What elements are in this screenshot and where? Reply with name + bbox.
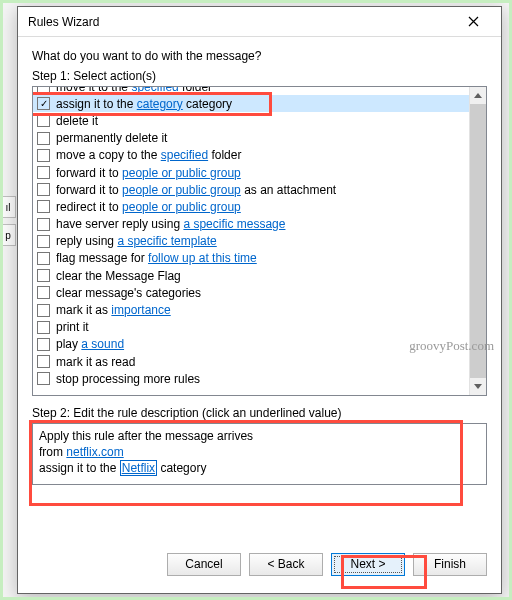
action-link-value[interactable]: specified (131, 87, 178, 94)
bg-fragment-1: ıl (0, 196, 16, 218)
action-checkbox[interactable] (37, 114, 50, 127)
finish-button[interactable]: Finish (413, 553, 487, 576)
action-checkbox[interactable] (37, 269, 50, 282)
action-link-value[interactable]: people or public group (122, 183, 241, 197)
action-label: permanently delete it (56, 131, 167, 145)
action-label: forward it to people or public group as … (56, 183, 336, 197)
close-icon (468, 16, 479, 27)
action-checkbox[interactable] (37, 304, 50, 317)
action-label: have server reply using a specific messa… (56, 217, 285, 231)
action-item[interactable]: move a copy to the specified folder (33, 147, 469, 164)
action-checkbox[interactable] (37, 355, 50, 368)
action-checkbox[interactable] (37, 252, 50, 265)
action-link-value[interactable]: a specific message (183, 217, 285, 231)
action-item[interactable]: stop processing more rules (33, 370, 469, 387)
action-checkbox[interactable]: ✓ (37, 97, 50, 110)
rules-wizard-dialog: Rules Wizard What do you want to do with… (17, 6, 502, 594)
action-label: move it to the specified folder (56, 87, 212, 94)
action-checkbox[interactable] (37, 87, 50, 93)
action-item[interactable]: clear message's categories (33, 284, 469, 301)
action-item[interactable]: forward it to people or public group (33, 164, 469, 181)
desc-line-2: from netflix.com (39, 444, 480, 460)
action-item[interactable]: ✓assign it to the category category (33, 95, 469, 112)
scrollbar[interactable] (469, 87, 486, 395)
prompt-text: What do you want to do with the message? (32, 49, 487, 63)
action-checkbox[interactable] (37, 149, 50, 162)
action-link-value[interactable]: a specific template (117, 234, 216, 248)
scroll-thumb[interactable] (470, 104, 486, 378)
button-row: Cancel < Back Next > Finish (18, 545, 501, 593)
scroll-up-button[interactable] (470, 87, 486, 104)
action-checkbox[interactable] (37, 338, 50, 351)
action-checkbox[interactable] (37, 321, 50, 334)
action-checkbox[interactable] (37, 372, 50, 385)
action-label: forward it to people or public group (56, 166, 241, 180)
next-button[interactable]: Next > (331, 553, 405, 576)
action-checkbox[interactable] (37, 200, 50, 213)
window-title: Rules Wizard (28, 15, 453, 29)
step2-label: Step 2: Edit the rule description (click… (32, 406, 487, 420)
chevron-up-icon (474, 93, 482, 98)
action-link-value[interactable]: specified (161, 148, 208, 162)
back-button[interactable]: < Back (249, 553, 323, 576)
action-item[interactable]: mark it as read (33, 353, 469, 370)
action-label: delete it (56, 114, 98, 128)
titlebar: Rules Wizard (18, 7, 501, 37)
desc-line-1: Apply this rule after the message arrive… (39, 428, 480, 444)
action-item[interactable]: delete it (33, 112, 469, 129)
action-item[interactable]: clear the Message Flag (33, 267, 469, 284)
action-label: print it (56, 320, 89, 334)
action-item[interactable]: reply using a specific template (33, 233, 469, 250)
action-checkbox[interactable] (37, 286, 50, 299)
desc-line-3: assign it to the Netflix category (39, 460, 480, 476)
action-item[interactable]: print it (33, 319, 469, 336)
action-link-value[interactable]: people or public group (122, 200, 241, 214)
action-item[interactable]: have server reply using a specific messa… (33, 216, 469, 233)
action-item[interactable]: permanently delete it (33, 130, 469, 147)
action-link-value[interactable]: a sound (81, 337, 124, 351)
action-label: mark it as importance (56, 303, 171, 317)
action-label: assign it to the category category (56, 97, 232, 111)
step1-label: Step 1: Select action(s) (32, 69, 487, 83)
action-label: redirect it to people or public group (56, 200, 241, 214)
action-checkbox[interactable] (37, 132, 50, 145)
action-label: reply using a specific template (56, 234, 217, 248)
action-checkbox[interactable] (37, 166, 50, 179)
action-item[interactable]: flag message for follow up at this time (33, 250, 469, 267)
action-checkbox[interactable] (37, 183, 50, 196)
action-label: stop processing more rules (56, 372, 200, 386)
bg-fragment-2: p (0, 224, 16, 246)
action-label: clear the Message Flag (56, 269, 181, 283)
rule-description-box[interactable]: Apply this rule after the message arrive… (32, 423, 487, 485)
action-label: mark it as read (56, 355, 135, 369)
cancel-button[interactable]: Cancel (167, 553, 241, 576)
close-button[interactable] (453, 8, 493, 36)
from-value-link[interactable]: netflix.com (66, 445, 123, 459)
chevron-down-icon (474, 384, 482, 389)
action-item[interactable]: move it to the specified folder (33, 87, 469, 95)
scroll-down-button[interactable] (470, 378, 486, 395)
action-item[interactable]: forward it to people or public group as … (33, 181, 469, 198)
action-label: flag message for follow up at this time (56, 251, 257, 265)
category-value-link[interactable]: Netflix (120, 460, 157, 476)
action-item[interactable]: redirect it to people or public group (33, 198, 469, 215)
action-link-value[interactable]: importance (111, 303, 170, 317)
action-link-value[interactable]: people or public group (122, 166, 241, 180)
actions-listbox[interactable]: move it to the specified folder✓assign i… (32, 86, 487, 396)
action-checkbox[interactable] (37, 235, 50, 248)
action-link-value[interactable]: follow up at this time (148, 251, 257, 265)
action-item[interactable]: play a sound (33, 336, 469, 353)
action-label: clear message's categories (56, 286, 201, 300)
action-link-value[interactable]: category (137, 97, 183, 111)
action-label: move a copy to the specified folder (56, 148, 241, 162)
action-checkbox[interactable] (37, 218, 50, 231)
dialog-body: What do you want to do with the message?… (18, 37, 501, 545)
action-label: play a sound (56, 337, 124, 351)
action-item[interactable]: mark it as importance (33, 301, 469, 318)
